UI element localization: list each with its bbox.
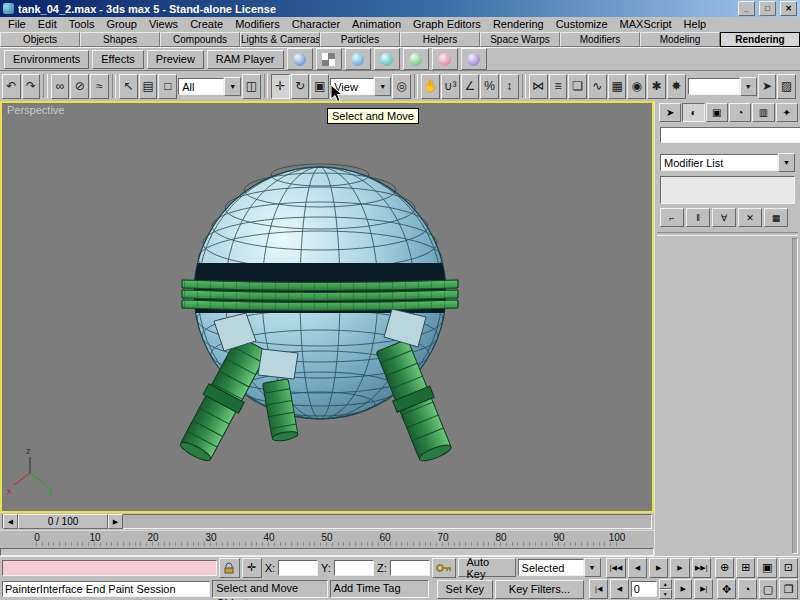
object-name-field[interactable]	[660, 127, 800, 143]
select-object-icon[interactable]: ↖	[119, 74, 138, 99]
previous-frame-arrow[interactable]: ◀	[3, 514, 18, 529]
go-to-start-button[interactable]: |◀◀	[606, 558, 625, 578]
tab-shapes[interactable]: Shapes	[80, 32, 160, 47]
tab-compounds[interactable]: Compounds	[160, 32, 240, 47]
spinner-up-icon[interactable]: ▲	[659, 579, 672, 589]
hierarchy-panel-tab[interactable]: ▣	[706, 103, 728, 122]
environment-checker-icon[interactable]	[316, 48, 342, 70]
x-coordinate-field[interactable]	[278, 560, 318, 576]
modifier-stack-list[interactable]	[660, 176, 795, 204]
menu-maxscript[interactable]: MAXScript	[614, 17, 678, 32]
end-key-button[interactable]: ▶|	[694, 579, 713, 599]
select-and-scale-icon[interactable]: ▣	[310, 74, 329, 99]
window-crossing-toggle-icon[interactable]: ◫	[242, 74, 261, 99]
panel-scrollbar[interactable]	[792, 238, 798, 554]
next-key-button[interactable]: ▶	[674, 579, 693, 599]
select-by-name-icon[interactable]: ▤	[139, 74, 158, 99]
chevron-down-icon[interactable]: ▼	[740, 77, 757, 96]
make-unique-button[interactable]: ∀	[712, 208, 736, 227]
auto-key-button[interactable]: Auto Key	[458, 558, 516, 577]
render-scene-icon[interactable]: ✱	[647, 74, 666, 99]
menu-views[interactable]: Views	[143, 17, 184, 32]
pan-icon[interactable]: ✥	[717, 579, 736, 599]
menu-tools[interactable]: Tools	[63, 17, 101, 32]
select-and-rotate-icon[interactable]: ↻	[291, 74, 310, 99]
remove-modifier-button[interactable]: ✕	[738, 208, 762, 227]
render-scene-shelf-icon[interactable]	[287, 48, 313, 70]
play-button[interactable]: ▶	[649, 558, 668, 578]
key-filters-button[interactable]: Key Filters...	[495, 580, 583, 599]
selection-filter-dropdown[interactable]: All ▼	[178, 77, 241, 96]
frame-spinner[interactable]: ▲ ▼	[659, 579, 672, 599]
previous-key-button[interactable]: ◀	[610, 579, 629, 599]
minimize-button[interactable]: _	[738, 1, 755, 16]
select-and-move-icon[interactable]: ✛	[271, 74, 290, 99]
effects-button[interactable]: Effects	[92, 50, 143, 69]
modify-panel-tab[interactable]: ◐	[682, 103, 704, 122]
tank-rings[interactable]	[182, 280, 458, 311]
menu-rendering[interactable]: Rendering	[487, 17, 550, 32]
y-coordinate-field[interactable]	[334, 560, 374, 576]
menu-modifiers[interactable]: Modifiers	[229, 17, 286, 32]
keyboard-shortcut-override-icon[interactable]: ➤	[758, 74, 777, 99]
set-key-button[interactable]: Set Key	[437, 580, 494, 599]
spinner-down-icon[interactable]: ▼	[659, 589, 672, 599]
menu-customize[interactable]: Customize	[550, 17, 614, 32]
time-slider-track[interactable]: ◀ 0 / 100 ▶	[2, 514, 652, 529]
bind-to-spacewarp-icon[interactable]: ≈	[90, 74, 109, 99]
next-frame-arrow[interactable]: ▶	[108, 514, 123, 529]
key-selection-dropdown[interactable]: Selected ▼	[518, 558, 601, 577]
use-pivot-center-icon[interactable]: ◎	[392, 74, 411, 99]
chevron-down-icon[interactable]: ▼	[584, 558, 601, 577]
unlink-selection-icon[interactable]: ⊘	[70, 74, 89, 99]
preview-button[interactable]: Preview	[147, 50, 204, 69]
material-ball-purple-icon[interactable]	[461, 48, 487, 70]
menu-animation[interactable]: Animation	[346, 17, 407, 32]
zoom-all-icon[interactable]: ⊞	[736, 558, 755, 578]
tab-rendering[interactable]: Rendering	[720, 32, 800, 47]
select-and-manipulate-icon[interactable]: ✋	[421, 74, 440, 99]
menu-character[interactable]: Character	[286, 17, 346, 32]
min-max-toggle-icon[interactable]: ❐	[779, 579, 798, 599]
rectangular-selection-region-icon[interactable]: □	[158, 74, 177, 99]
add-time-tag[interactable]: Add Time Tag	[330, 580, 429, 598]
zoom-icon[interactable]: ⊕	[715, 558, 734, 578]
schematic-view-icon[interactable]: ▦	[608, 74, 627, 99]
menu-file[interactable]: File	[2, 17, 32, 32]
select-and-link-icon[interactable]: ∞	[51, 74, 70, 99]
render-type-dropdown[interactable]: ▼	[688, 77, 757, 96]
environments-button[interactable]: Environments	[4, 50, 89, 69]
spinner-snap-icon[interactable]: ↕	[500, 74, 519, 99]
redo-icon[interactable]: ↷	[22, 74, 41, 99]
quick-render-icon[interactable]: ✸	[667, 74, 686, 99]
tab-lights-cameras[interactable]: Lights & Cameras	[240, 32, 320, 47]
z-coordinate-field[interactable]	[390, 560, 430, 576]
go-to-end-button[interactable]: ▶▶|	[692, 558, 711, 578]
key-mode-toggle[interactable]: |◀	[589, 579, 608, 599]
layer-manager-icon[interactable]: ❏	[568, 74, 587, 99]
track-bar-ruler[interactable]: 0 10 20 30 40 50 60 70 80 90 100	[0, 530, 654, 548]
current-frame-field[interactable]	[631, 581, 657, 597]
curve-editor-icon[interactable]: ∿	[588, 74, 607, 99]
menu-group[interactable]: Group	[100, 17, 143, 32]
time-slider-handle[interactable]: 0 / 100	[18, 514, 108, 529]
chevron-down-icon[interactable]: ▼	[224, 77, 241, 96]
tank-leg-right[interactable]	[373, 338, 455, 465]
display-panel-tab[interactable]: ▥	[752, 103, 774, 122]
chevron-down-icon[interactable]: ▼	[374, 77, 391, 96]
close-button[interactable]: ✕	[780, 1, 797, 16]
angle-snap-icon[interactable]: ∠	[461, 74, 480, 99]
tab-objects[interactable]: Objects	[0, 32, 80, 47]
snap-toggle-3d-icon[interactable]: ∪³	[441, 74, 460, 99]
selection-lock-toggle[interactable]	[219, 558, 239, 578]
align-icon[interactable]: ≡	[549, 74, 568, 99]
pin-stack-button[interactable]: ⌐	[660, 208, 684, 227]
material-ball-pink-icon[interactable]	[432, 48, 458, 70]
help-mode-icon[interactable]: ▨	[777, 74, 796, 99]
maxscript-listener-field[interactable]	[2, 581, 210, 597]
zoom-extents-icon[interactable]: ▣	[757, 558, 776, 578]
tab-modifiers[interactable]: Modifiers	[560, 32, 640, 47]
tab-modeling[interactable]: Modeling	[640, 32, 720, 47]
menu-edit[interactable]: Edit	[32, 17, 63, 32]
absolute-offset-toggle[interactable]: ✛	[242, 558, 262, 578]
